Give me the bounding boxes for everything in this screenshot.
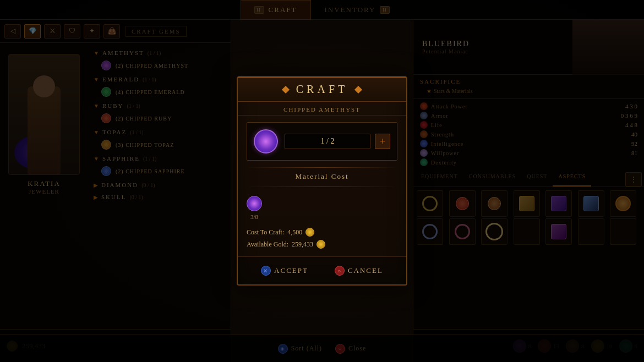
cancel-button[interactable]: ○ Cancel — [327, 262, 391, 279]
craft-item-box: 1 / 2 + — [247, 122, 397, 161]
divider-1 — [247, 167, 397, 168]
craft-gem-amethyst-icon — [254, 129, 278, 153]
available-gold-coin-icon — [316, 240, 325, 249]
available-gold-value: 259,433 — [292, 240, 313, 249]
cost-to-craft-row: Cost To Craft: 4,500 — [247, 228, 397, 237]
modal-footer: ✕ Accept ○ Cancel — [238, 256, 406, 284]
craft-modal: CRAFT CHIPPED AMETHYST 1 / 2 + Material … — [237, 76, 407, 286]
material-row: 3/8 — [247, 191, 397, 224]
header-diamond-left-icon — [282, 85, 290, 93]
material-item-amethyst: 3/8 — [247, 196, 262, 220]
available-gold-row: Available Gold: 259,433 — [247, 240, 397, 249]
cost-label: Cost To Craft: — [247, 228, 284, 237]
material-count: 3/8 — [250, 213, 258, 220]
modal-subtitle: CHIPPED AMETHYST — [238, 102, 406, 116]
quantity-plus-button[interactable]: + — [375, 134, 390, 149]
quantity-display: 1 / 2 — [285, 134, 370, 149]
modal-overlay: CRAFT CHIPPED AMETHYST 1 / 2 + Material … — [0, 0, 644, 362]
accept-x-icon: ✕ — [261, 266, 271, 276]
modal-title: CRAFT — [296, 83, 348, 96]
cost-value: 4,500 — [287, 228, 302, 237]
material-cost-title: Material Cost — [247, 172, 397, 181]
cancel-label: Cancel — [348, 266, 383, 275]
modal-header: CRAFT — [238, 78, 406, 102]
gold-coin-icon — [305, 228, 314, 237]
cancel-circle-icon: ○ — [335, 266, 345, 276]
modal-body: 1 / 2 + Material Cost 3/8 Cost To Craft:… — [238, 116, 406, 256]
divider-2 — [247, 187, 397, 187]
available-gold-label: Available Gold: — [247, 240, 288, 249]
header-diamond-right-icon — [354, 85, 362, 93]
material-gem-icon — [247, 196, 262, 211]
accept-button[interactable]: ✕ Accept — [253, 262, 316, 279]
quantity-control: 1 / 2 + — [285, 134, 390, 149]
accept-label: Accept — [274, 266, 308, 275]
